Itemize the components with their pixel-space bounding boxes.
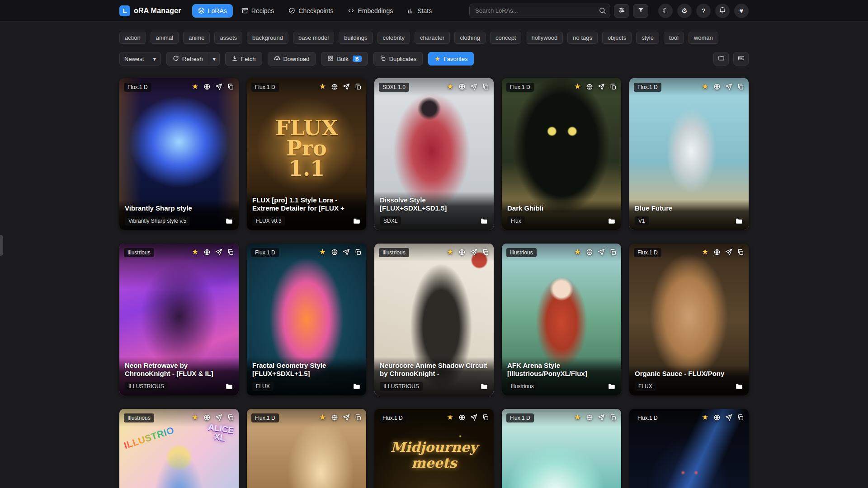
- sort-select[interactable]: Newest ▾: [119, 52, 161, 66]
- lora-card[interactable]: Flux.1 D ★ Blue Future V1: [629, 78, 749, 230]
- send-icon[interactable]: [342, 413, 350, 421]
- favorite-star-icon[interactable]: ★: [701, 83, 709, 90]
- copy-icon[interactable]: [354, 83, 362, 90]
- send-icon[interactable]: [597, 83, 605, 90]
- favorite-star-icon[interactable]: ★: [191, 248, 199, 256]
- download-button[interactable]: Download: [268, 52, 316, 66]
- tag-base-model[interactable]: base model: [293, 32, 334, 44]
- settings-button[interactable]: ⚙: [677, 4, 692, 18]
- favorite-star-icon[interactable]: ★: [446, 83, 454, 90]
- copy-icon[interactable]: [226, 248, 234, 256]
- send-icon[interactable]: [725, 83, 732, 90]
- globe-icon[interactable]: [585, 83, 593, 90]
- tag-buildings[interactable]: buildings: [339, 32, 373, 44]
- lora-card[interactable]: SDXL 1.0 ★ Dissolve Style [FLUX+SDXL+SD1…: [374, 78, 494, 230]
- lora-card[interactable]: Flux.1 D ★ Vibrantly Sharp style Vibrant…: [119, 78, 239, 230]
- globe-icon[interactable]: [458, 248, 466, 256]
- tag-style[interactable]: style: [636, 32, 659, 44]
- send-icon[interactable]: [342, 248, 350, 256]
- send-icon[interactable]: [215, 413, 222, 421]
- copy-icon[interactable]: [609, 248, 617, 256]
- copy-icon[interactable]: [481, 413, 489, 421]
- fetch-button[interactable]: Fetch: [225, 52, 262, 66]
- folder-icon[interactable]: [608, 382, 616, 390]
- copy-icon[interactable]: [736, 83, 744, 90]
- lora-card[interactable]: Flux.1 D ★: [502, 409, 621, 488]
- tag-animal[interactable]: animal: [151, 32, 179, 44]
- side-panel-handle[interactable]: [0, 235, 3, 256]
- folder-icon[interactable]: [225, 382, 233, 390]
- favorite-star-icon[interactable]: ★: [446, 248, 454, 256]
- nav-item-embeddings[interactable]: Embeddings: [342, 4, 399, 18]
- copy-icon[interactable]: [609, 413, 617, 421]
- globe-icon[interactable]: [203, 83, 211, 90]
- refresh-menu-button[interactable]: ▾: [209, 52, 220, 66]
- globe-icon[interactable]: [330, 83, 338, 90]
- favorites-filter-button[interactable]: ★ Favorites: [428, 52, 474, 66]
- folder-icon[interactable]: [353, 217, 361, 225]
- favorites-heart-button[interactable]: ♥: [734, 4, 749, 18]
- tag-tool[interactable]: tool: [664, 32, 684, 44]
- copy-icon[interactable]: [226, 413, 234, 421]
- globe-icon[interactable]: [330, 413, 338, 421]
- tag-assets[interactable]: assets: [214, 32, 242, 44]
- globe-icon[interactable]: [713, 248, 721, 256]
- globe-icon[interactable]: [203, 248, 211, 256]
- tag-anime[interactable]: anime: [183, 32, 210, 44]
- tag-background[interactable]: background: [247, 32, 288, 44]
- send-icon[interactable]: [470, 83, 477, 90]
- lora-card[interactable]: Flux.1 D ★ Dark Ghibli Flux: [502, 78, 621, 230]
- send-icon[interactable]: [597, 248, 605, 256]
- folder-icon[interactable]: [225, 217, 233, 225]
- favorite-star-icon[interactable]: ★: [446, 413, 454, 421]
- help-button[interactable]: ?: [696, 4, 711, 18]
- lora-card[interactable]: FLUX Pro 1.1 Flux.1 D ★ FLUX [pro] 1.1 S…: [247, 78, 366, 230]
- send-icon[interactable]: [597, 413, 605, 421]
- lora-card[interactable]: Illustrious ★ Neurocore Anime Shadow Cir…: [374, 244, 494, 395]
- copy-icon[interactable]: [354, 413, 362, 421]
- nav-item-stats[interactable]: Stats: [401, 4, 438, 18]
- folder-icon[interactable]: [480, 382, 488, 390]
- theme-toggle-button[interactable]: ☾: [658, 4, 673, 18]
- tag-woman[interactable]: woman: [689, 32, 718, 44]
- lora-card[interactable]: Midjourney meets Flux.1 D ★: [374, 409, 494, 488]
- send-icon[interactable]: [725, 413, 732, 421]
- favorite-star-icon[interactable]: ★: [319, 413, 326, 421]
- globe-icon[interactable]: [203, 413, 211, 421]
- folder-icon[interactable]: [735, 382, 743, 390]
- globe-icon[interactable]: [585, 413, 593, 421]
- copy-icon[interactable]: [354, 248, 362, 256]
- folder-icon[interactable]: [353, 382, 361, 390]
- tag-hollywood[interactable]: hollywood: [526, 32, 563, 44]
- lora-card[interactable]: Illustrious ★ AFK Arena Style [Illustrio…: [502, 244, 621, 395]
- favorite-star-icon[interactable]: ★: [191, 83, 199, 90]
- tag-character[interactable]: character: [415, 32, 450, 44]
- copy-icon[interactable]: [609, 83, 617, 90]
- folder-view-button[interactable]: [713, 52, 729, 66]
- globe-icon[interactable]: [458, 413, 466, 421]
- tag-clothing[interactable]: clothing: [454, 32, 486, 44]
- send-icon[interactable]: [342, 83, 350, 90]
- send-icon[interactable]: [470, 248, 477, 256]
- nav-item-checkpoints[interactable]: Checkpoints: [283, 4, 339, 18]
- globe-icon[interactable]: [713, 83, 721, 90]
- send-icon[interactable]: [725, 248, 732, 256]
- favorite-star-icon[interactable]: ★: [191, 413, 199, 421]
- send-icon[interactable]: [470, 413, 477, 421]
- favorite-star-icon[interactable]: ★: [701, 413, 709, 421]
- notifications-button[interactable]: [715, 4, 730, 18]
- lora-card[interactable]: Flux.1 D ★ Fractal Geometry Style [FLUX+…: [247, 244, 366, 395]
- tag-action[interactable]: action: [119, 32, 146, 44]
- folder-icon[interactable]: [608, 217, 616, 225]
- favorite-star-icon[interactable]: ★: [319, 83, 326, 90]
- globe-icon[interactable]: [458, 83, 466, 90]
- globe-icon[interactable]: [713, 413, 721, 421]
- folder-icon[interactable]: [735, 217, 743, 225]
- copy-icon[interactable]: [736, 413, 744, 421]
- copy-icon[interactable]: [481, 248, 489, 256]
- favorite-star-icon[interactable]: ★: [574, 248, 581, 256]
- favorite-star-icon[interactable]: ★: [574, 413, 581, 421]
- favorite-star-icon[interactable]: ★: [319, 248, 326, 256]
- sort-options-button[interactable]: [614, 4, 629, 18]
- folder-icon[interactable]: [480, 217, 488, 225]
